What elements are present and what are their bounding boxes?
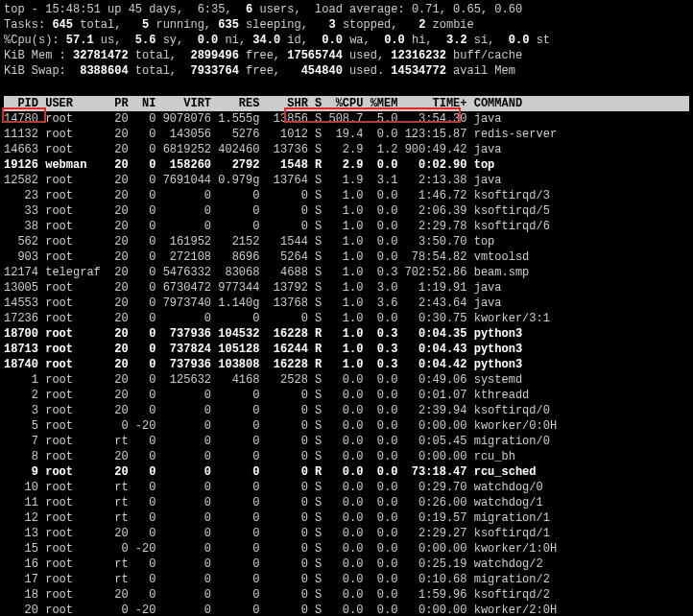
- process-row[interactable]: 15 root 0 -20 0 0 0 S 0.0 0.0 0:00.00 kw…: [4, 541, 689, 557]
- process-row[interactable]: 11132 root 20 0 143056 5276 1012 S 19.4 …: [4, 127, 689, 142]
- summary-cpu: %Cpu(s): 57.1 us, 5.6 sy, 0.0 ni, 34.0 i…: [4, 33, 689, 48]
- process-row[interactable]: 3 root 20 0 0 0 0 S 0.0 0.0 2:39.94 ksof…: [4, 403, 689, 418]
- process-row[interactable]: 18713 root 20 0 737824 105128 16244 R 1.…: [4, 342, 689, 357]
- process-row[interactable]: 13 root 20 0 0 0 0 S 0.0 0.0 2:29.27 kso…: [4, 526, 689, 541]
- summary-tasks: Tasks: 645 total, 5 running, 635 sleepin…: [4, 17, 689, 33]
- summary-swap: KiB Swap: 8388604 total, 7933764 free, 4…: [4, 63, 689, 79]
- column-header-row[interactable]: PID USER PR NI VIRT RES SHR S %CPU %MEM …: [4, 96, 689, 111]
- process-row[interactable]: 14663 root 20 0 6819252 402460 13736 S 2…: [4, 142, 689, 157]
- process-row[interactable]: 12174 telegraf 20 0 5476332 83068 4688 S…: [4, 265, 689, 280]
- process-row[interactable]: 13005 root 20 0 6730472 977344 13792 S 1…: [4, 280, 689, 296]
- process-row[interactable]: 8 root 20 0 0 0 0 S 0.0 0.0 0:00.00 rcu_…: [4, 449, 689, 464]
- summary-line-1: top - 15:48:51 up 45 days, 6:35, 6 users…: [4, 2, 689, 17]
- summary-mem: KiB Mem : 32781472 total, 2899496 free, …: [4, 48, 689, 63]
- process-row[interactable]: 9 root 20 0 0 0 0 R 0.0 0.0 73:18.47 rcu…: [4, 464, 689, 480]
- process-row[interactable]: 18700 root 20 0 737936 104532 16228 R 1.…: [4, 326, 689, 342]
- process-row[interactable]: 7 root rt 0 0 0 0 S 0.0 0.0 0:05.45 migr…: [4, 434, 689, 449]
- process-row[interactable]: 18740 root 20 0 737936 103808 16228 R 1.…: [4, 357, 689, 372]
- process-list[interactable]: 14780 root 20 0 9078076 1.555g 13856 S 5…: [4, 111, 689, 616]
- process-row[interactable]: 17 root rt 0 0 0 0 S 0.0 0.0 0:10.68 mig…: [4, 572, 689, 587]
- process-row[interactable]: 1 root 20 0 125632 4168 2528 S 0.0 0.0 0…: [4, 372, 689, 388]
- process-row[interactable]: 12 root rt 0 0 0 0 S 0.0 0.0 0:19.57 mig…: [4, 510, 689, 526]
- process-row[interactable]: 17236 root 20 0 0 0 0 S 1.0 0.0 0:30.75 …: [4, 311, 689, 326]
- process-row[interactable]: 2 root 20 0 0 0 0 S 0.0 0.0 0:01.07 kthr…: [4, 388, 689, 403]
- process-row[interactable]: 19126 webman 20 0 158260 2792 1548 R 2.9…: [4, 157, 689, 173]
- process-row[interactable]: 562 root 20 0 161952 2152 1544 S 1.0 0.0…: [4, 234, 689, 249]
- process-row[interactable]: 18 root 20 0 0 0 0 S 0.0 0.0 1:59.96 kso…: [4, 587, 689, 603]
- process-row[interactable]: 33 root 20 0 0 0 0 S 1.0 0.0 2:06.39 kso…: [4, 203, 689, 219]
- top-output: top - 15:48:51 up 45 days, 6:35, 6 users…: [4, 2, 689, 616]
- process-row[interactable]: 38 root 20 0 0 0 0 S 1.0 0.0 2:29.78 kso…: [4, 219, 689, 234]
- process-row[interactable]: 16 root rt 0 0 0 0 S 0.0 0.0 0:25.19 wat…: [4, 557, 689, 572]
- process-row[interactable]: 11 root rt 0 0 0 0 S 0.0 0.0 0:26.00 wat…: [4, 495, 689, 510]
- blank-line: [4, 79, 689, 94]
- process-row[interactable]: 12582 root 20 0 7691044 0.979g 13764 S 1…: [4, 173, 689, 188]
- process-row[interactable]: 5 root 0 -20 0 0 0 S 0.0 0.0 0:00.00 kwo…: [4, 418, 689, 434]
- process-row[interactable]: 14553 root 20 0 7973740 1.140g 13768 S 1…: [4, 296, 689, 311]
- process-row[interactable]: 14780 root 20 0 9078076 1.555g 13856 S 5…: [4, 111, 689, 127]
- process-row[interactable]: 23 root 20 0 0 0 0 S 1.0 0.0 1:46.72 kso…: [4, 188, 689, 203]
- process-row[interactable]: 20 root 0 -20 0 0 0 S 0.0 0.0 0:00.00 kw…: [4, 603, 689, 616]
- process-row[interactable]: 903 root 20 0 272108 8696 5264 S 1.0 0.0…: [4, 249, 689, 265]
- process-row[interactable]: 10 root rt 0 0 0 0 S 0.0 0.0 0:29.70 wat…: [4, 480, 689, 495]
